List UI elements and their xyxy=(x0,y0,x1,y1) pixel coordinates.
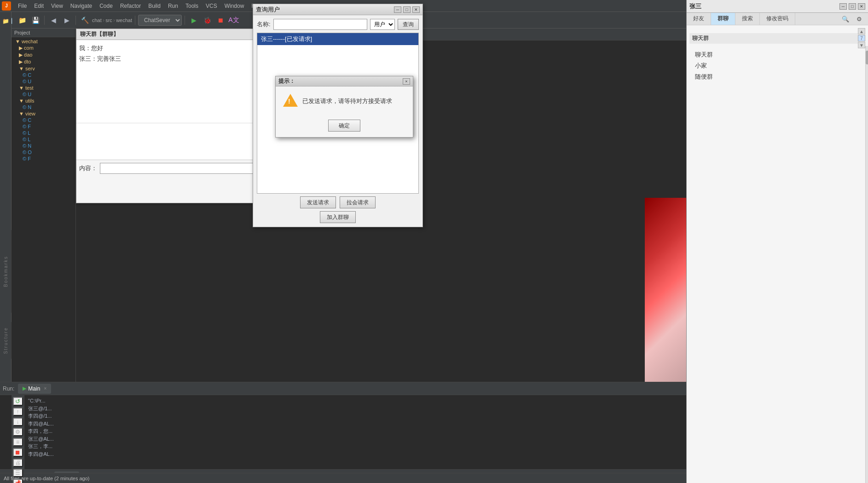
tab-search[interactable]: 搜索 xyxy=(735,13,760,25)
group-item-chat[interactable]: 聊天群 xyxy=(689,49,865,60)
menu-window[interactable]: Window xyxy=(221,2,248,10)
project-label: Project xyxy=(14,30,30,35)
join-group-btn[interactable]: 加入群聊 xyxy=(320,211,356,223)
zhangsan-scroll-thumb xyxy=(866,51,868,64)
alert-body: 已发送请求，请等待对方接受请求 xyxy=(276,86,413,116)
project-sidebar-icon[interactable]: 📁 xyxy=(1,17,10,26)
tree-o1[interactable]: © O xyxy=(12,149,75,155)
send-friend-request-btn[interactable]: 发送请求 xyxy=(300,196,336,208)
tab-main-close[interactable]: × xyxy=(44,386,46,391)
menu-run[interactable]: Run xyxy=(165,2,181,10)
menu-code[interactable]: Code xyxy=(96,2,116,10)
tree-c1[interactable]: © C xyxy=(12,72,75,78)
alert-footer: 确定 xyxy=(276,116,413,137)
tree-c2[interactable]: © C xyxy=(12,117,75,123)
tree-n1[interactable]: © N xyxy=(12,104,75,110)
menu-navigate[interactable]: Navigate xyxy=(67,2,95,10)
menu-tools[interactable]: Tools xyxy=(182,2,202,10)
build-btn[interactable]: 🔨 xyxy=(79,14,91,26)
zhangsan-scrollbar[interactable] xyxy=(865,46,868,483)
chat-input-field[interactable] xyxy=(100,163,257,174)
query-close-btn[interactable]: ✕ xyxy=(412,6,420,13)
scroll-up-btn[interactable]: ▲ xyxy=(858,28,865,34)
query-window-title-bar: 查询用户 ─ □ ✕ xyxy=(253,4,422,15)
tree-test[interactable]: ▼ test xyxy=(12,85,75,91)
run-restart-btn[interactable]: ↺ xyxy=(13,397,23,406)
back-btn[interactable]: ◀ xyxy=(47,14,59,26)
debug-btn[interactable]: 🐞 xyxy=(201,14,213,26)
alert-ok-btn[interactable]: 确定 xyxy=(328,120,360,132)
tree-f2[interactable]: © F xyxy=(12,155,75,162)
tree-u2[interactable]: © U xyxy=(12,91,75,98)
group-item-home[interactable]: 小家 xyxy=(689,60,865,71)
chat-input-label: 内容： xyxy=(79,164,97,172)
tree-n2[interactable]: © N xyxy=(12,143,75,149)
run-lines-btn[interactable]: ☰ xyxy=(13,469,23,477)
zhangsan-content-area: 聊天群 ▲ 7 ▼ 聊天群 小家 随便群 xyxy=(687,25,868,85)
translate-btn[interactable]: A文 xyxy=(228,14,240,26)
menu-refactor[interactable]: Refactor xyxy=(117,2,144,10)
alert-close-btn[interactable]: × xyxy=(403,78,410,85)
stop-btn[interactable]: ⏹ xyxy=(214,14,226,26)
tab-change-pwd[interactable]: 修改密码 xyxy=(760,13,795,25)
tree-serv[interactable]: ▼ serv xyxy=(12,65,75,72)
structure-label: Structure xyxy=(3,327,8,354)
zhangsan-settings-icon-btn[interactable]: ⚙ xyxy=(853,13,865,25)
tree-utils[interactable]: ▼ utils xyxy=(12,98,75,104)
tree-u1[interactable]: © U xyxy=(12,78,75,85)
tab-friends[interactable]: 好友 xyxy=(687,13,711,25)
menu-build[interactable]: Build xyxy=(145,2,164,10)
run-pin-btn[interactable]: 📌 xyxy=(13,479,23,483)
run-filter-btn[interactable]: ≡ xyxy=(13,438,23,446)
tab-groups[interactable]: 群聊 xyxy=(711,13,735,25)
server-dropdown[interactable]: ChatSever xyxy=(138,15,182,26)
query-result-item-selected[interactable]: 张三------[已发请求] xyxy=(257,33,418,45)
query-maximize-btn[interactable]: □ xyxy=(403,6,411,13)
tree-f1[interactable]: © F xyxy=(12,123,75,130)
structure-sidebar: Structure xyxy=(0,322,12,359)
query-type-dropdown[interactable]: 用户 xyxy=(370,19,395,30)
menu-vcs[interactable]: VCS xyxy=(203,2,220,10)
breadcrumb-chat[interactable]: chat xyxy=(92,17,102,23)
breadcrumb-wechat[interactable]: wechat xyxy=(116,17,132,23)
zhangsan-close-btn[interactable]: ✕ xyxy=(858,3,865,10)
zhangsan-window-controls: ─ □ ✕ xyxy=(839,3,865,10)
save-btn[interactable]: 💾 xyxy=(29,14,41,26)
tab-main[interactable]: ▶ Main × xyxy=(18,384,51,394)
query-name-input[interactable] xyxy=(273,19,367,30)
menu-view[interactable]: View xyxy=(48,2,66,10)
zhangsan-minimize-btn[interactable]: ─ xyxy=(839,3,847,10)
tree-dao[interactable]: ▶ dao xyxy=(12,52,75,58)
alert-title-text: 提示： xyxy=(278,77,295,85)
query-minimize-btn[interactable]: ─ xyxy=(394,6,401,13)
run-print-btn[interactable]: 🖨 xyxy=(13,459,23,467)
query-window-title: 查询用户 xyxy=(256,6,280,14)
tree-dto[interactable]: ▶ dto xyxy=(12,58,75,65)
chat-input-row: 内容： xyxy=(76,160,260,177)
run-settings2-btn[interactable]: ⚙ xyxy=(13,428,23,436)
menu-edit[interactable]: Edit xyxy=(31,2,47,10)
group-item-casual[interactable]: 随便群 xyxy=(689,71,865,82)
query-search-btn[interactable]: 查询 xyxy=(398,19,419,30)
scroll-down-btn[interactable]: ▼ xyxy=(858,42,865,48)
invite-btn[interactable]: 拉会请求 xyxy=(340,196,376,208)
forward-btn[interactable]: ▶ xyxy=(61,14,73,26)
tree-view[interactable]: ▼ view xyxy=(12,110,75,117)
right-decorative-image xyxy=(645,198,686,382)
run-scroll-bottom-btn[interactable]: ↓ xyxy=(13,418,23,426)
tree-com[interactable]: ▶ com xyxy=(12,45,75,52)
zhangsan-maximize-btn[interactable]: □ xyxy=(849,3,856,10)
zhangsan-search-icon-btn[interactable]: 🔍 xyxy=(839,13,851,25)
run-stop-btn[interactable]: ⏹ xyxy=(13,448,23,457)
chat-msg-1: 我：您好 xyxy=(79,43,257,53)
breadcrumb-src[interactable]: src xyxy=(105,17,112,23)
tree-l1[interactable]: © L xyxy=(12,130,75,136)
tree-l2[interactable]: © L xyxy=(12,136,75,143)
run-scroll-top-btn[interactable]: ↑ xyxy=(13,408,23,416)
tree-wechat[interactable]: ▼ wechat xyxy=(12,38,75,45)
join-group-row: 加入群聊 xyxy=(257,211,419,223)
open-btn[interactable]: 📁 xyxy=(16,14,28,26)
menu-file[interactable]: File xyxy=(15,2,30,10)
run-play-icon: ▶ xyxy=(23,385,26,391)
run-btn[interactable]: ▶ xyxy=(188,14,200,26)
